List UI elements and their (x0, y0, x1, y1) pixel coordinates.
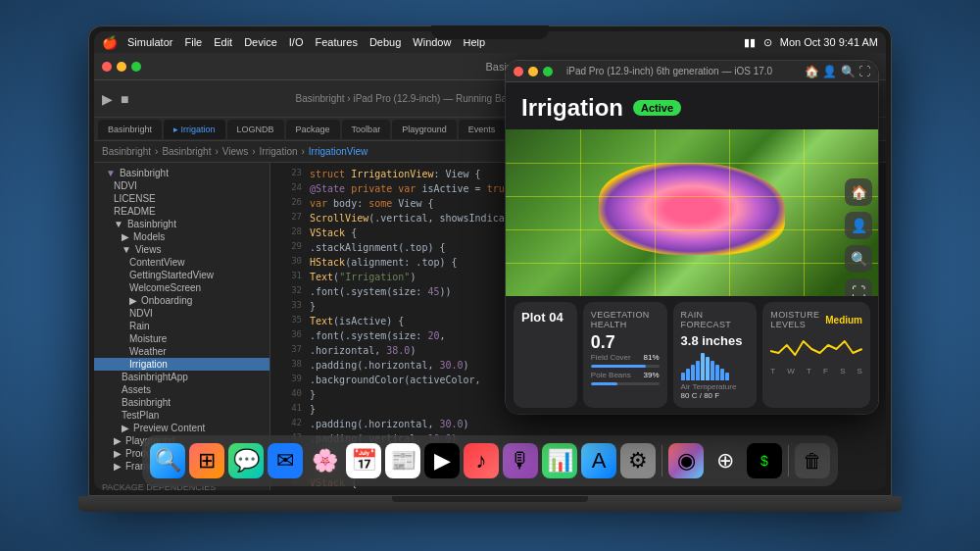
sim-screen: Irrigation Active (506, 82, 878, 414)
vegetation-card: Vegetation Health 0.7 Field Cover 81% Po… (583, 302, 667, 408)
menu-clock: Mon Oct 30 9:41 AM (780, 36, 878, 48)
wifi-icon: ⊙ (763, 36, 772, 49)
dock-icon-tv[interactable]: ▶ (424, 443, 460, 478)
tab-package[interactable]: Package (286, 120, 340, 139)
run-button[interactable]: ▶ (102, 91, 113, 107)
apple-menu-icon[interactable]: 🍎 (102, 35, 118, 50)
dock-icon-numbers[interactable]: 📊 (542, 443, 577, 478)
notch (431, 25, 549, 39)
dock-separator-2 (788, 445, 789, 476)
tab-basinbright[interactable]: Basinbright (98, 120, 162, 139)
moisture-title: Moisture Levels (770, 310, 819, 329)
dock-icon-news[interactable]: 📰 (385, 443, 420, 478)
menu-features[interactable]: Features (315, 36, 357, 48)
sim-zoom[interactable] (543, 67, 553, 76)
vegetation-value: 0.7 (591, 333, 660, 353)
plot-label: Plot 04 (521, 310, 569, 325)
dock-icon-trash[interactable]: 🗑 (795, 443, 830, 478)
tab-events[interactable]: Events (459, 120, 506, 139)
dock-icon-messages[interactable]: 💬 (228, 443, 264, 478)
search-icon[interactable]: 🔍 (845, 245, 872, 273)
dock: 🔍 ⊞ 💬 ✉ 🌸 📅 📰 ▶ ♪ 🎙 📊 A ⚙ ◉ ⊕ $ 🗑 (142, 435, 838, 486)
nav-item-irrigation[interactable]: Irrigation (94, 358, 270, 371)
ndvi-map: 🏠 👤 🔍 ⛶ (506, 129, 878, 296)
dock-icon-photos[interactable]: 🌸 (307, 443, 342, 478)
user-icon[interactable]: 👤 (845, 212, 872, 239)
app-title: Irrigation (521, 94, 623, 122)
maximize-button[interactable] (131, 62, 141, 72)
moisture-chart (770, 331, 862, 361)
sim-minimize[interactable] (528, 67, 538, 76)
tab-playground[interactable]: Playground (392, 120, 457, 139)
dock-icon-settings[interactable]: ⚙ (620, 443, 656, 478)
menu-io[interactable]: I/O (289, 36, 304, 48)
tab-irrigation-view[interactable]: ▸ Irrigation (164, 120, 225, 139)
macbook-hinge (392, 496, 588, 502)
macbook-outer: 🍎 Simulator File Edit Device I/O Feature… (88, 25, 892, 526)
app-header: Irrigation Active (506, 82, 878, 129)
app-sidebar: 🏠 👤 🔍 ⛶ (845, 178, 872, 296)
vegetation-title: Vegetation Health (591, 310, 660, 329)
dock-icon-finder[interactable]: 🔍 (150, 443, 185, 478)
tab-toolbar[interactable]: Toolbar (342, 120, 391, 139)
dock-icon-calendar[interactable]: 📅 (346, 443, 381, 478)
simulator-window: iPad Pro (12.9-inch) 6th generation — iO… (506, 61, 878, 414)
moisture-badge: Medium (825, 315, 862, 326)
rain-card: Rain Forecast 3.8 inches (673, 302, 758, 408)
sim-titlebar: iPad Pro (12.9-inch) 6th generation — iO… (506, 61, 878, 82)
dock-icon-terminal[interactable]: $ (747, 443, 782, 478)
home-icon[interactable]: 🏠 (845, 178, 872, 206)
data-cards: Plot 04 Vegetation Health 0.7 Field Cove… (506, 296, 878, 414)
tab-logndb[interactable]: LOGNDB (227, 120, 284, 139)
plot-card: Plot 04 (514, 302, 577, 408)
menu-debug[interactable]: Debug (369, 36, 401, 48)
macbook-screen-bezel: 🍎 Simulator File Edit Device I/O Feature… (88, 25, 892, 496)
dock-icon-control[interactable]: ⊕ (708, 443, 743, 478)
menu-edit[interactable]: Edit (214, 36, 232, 48)
active-badge: Active (633, 100, 681, 116)
stop-button[interactable]: ■ (121, 91, 128, 107)
menu-file[interactable]: File (184, 36, 202, 48)
expand-icon[interactable]: ⛶ (845, 278, 872, 296)
moisture-card: Moisture Levels Medium T W T (762, 302, 870, 408)
dock-icon-music[interactable]: ♪ (464, 443, 499, 478)
dock-icon-mail[interactable]: ✉ (268, 443, 303, 478)
minimize-button[interactable] (117, 62, 126, 72)
battery-icon: ▮▮ (744, 36, 756, 49)
ipad-app: Irrigation Active (506, 82, 878, 414)
screen: 🍎 Simulator File Edit Device I/O Feature… (94, 31, 886, 490)
dock-separator-1 (662, 445, 662, 476)
rain-title: Rain Forecast (681, 310, 750, 329)
sim-title-label: iPad Pro (12.9-inch) 6th generation — iO… (566, 66, 772, 76)
sim-close[interactable] (514, 67, 523, 76)
dock-icon-launchpad[interactable]: ⊞ (189, 443, 224, 478)
menu-simulator[interactable]: Simulator (127, 36, 172, 48)
dock-icon-siri[interactable]: ◉ (668, 443, 704, 478)
rain-value: 3.8 inches (681, 333, 750, 349)
close-button[interactable] (102, 62, 112, 72)
macbook-bottom (78, 496, 902, 512)
menu-device[interactable]: Device (244, 36, 277, 48)
dock-icon-podcasts[interactable]: 🎙 (503, 443, 538, 478)
dock-icon-appstore[interactable]: A (581, 443, 616, 478)
